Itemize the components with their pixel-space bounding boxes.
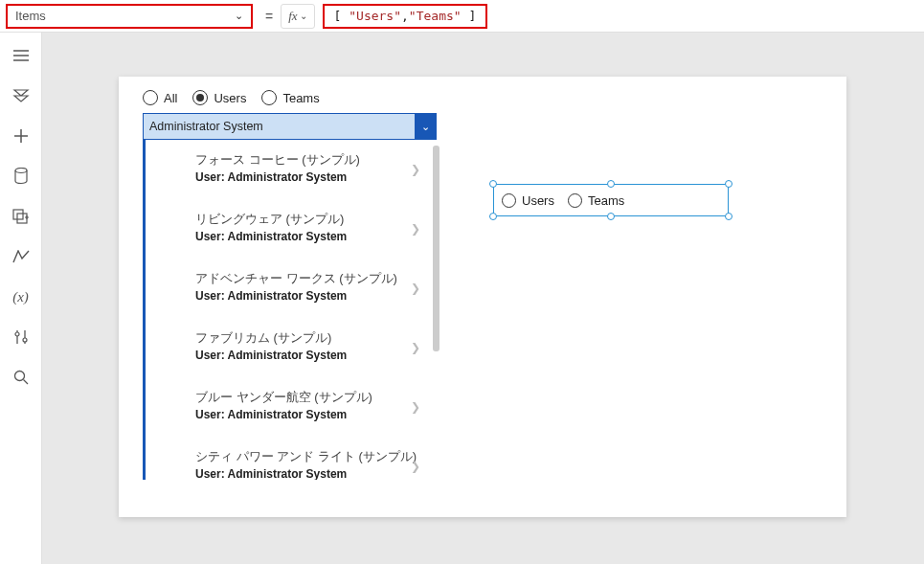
chevron-down-icon: ⌄	[300, 11, 307, 21]
svg-rect-6	[13, 210, 23, 219]
canvas-background: All Users Teams Administrator System ⌄ フ…	[42, 33, 924, 564]
resize-handle[interactable]	[489, 213, 497, 220]
list-item[interactable]: アドベンチャー ワークス (サンプル) User: Administrator …	[146, 259, 439, 318]
formula-open-bracket: [	[334, 9, 342, 23]
variables-icon[interactable]: (x)	[11, 287, 31, 306]
list-item-subtitle: User: Administrator System	[195, 349, 439, 362]
svg-point-10	[15, 332, 19, 336]
resize-handle[interactable]	[489, 180, 497, 188]
fx-icon: fx	[288, 9, 297, 24]
resize-handle[interactable]	[725, 213, 732, 220]
records-list: フォース コーヒー (サンプル) User: Administrator Sys…	[143, 140, 439, 480]
chevron-right-icon: ❯	[411, 282, 420, 295]
radio-teams[interactable]: Teams	[261, 90, 319, 105]
chevron-right-icon: ❯	[411, 222, 420, 236]
formula-input[interactable]: [ "Users" , "Teams" ]	[323, 4, 488, 29]
tree-view-icon[interactable]	[11, 86, 31, 105]
list-item-title: フォース コーヒー (サンプル)	[195, 151, 439, 169]
formula-bar: Items ⌄ = fx ⌄ [ "Users" , "Teams" ]	[0, 0, 924, 33]
list-item-title: ブルー ヤンダー航空 (サンプル)	[195, 389, 439, 406]
media-icon[interactable]	[11, 207, 31, 226]
radio-users[interactable]: Users	[192, 90, 246, 105]
settings-sliders-icon[interactable]	[11, 327, 31, 347]
list-item-subtitle: User: Administrator System	[195, 289, 439, 303]
list-item-subtitle: User: Administrator System	[195, 467, 439, 480]
list-item-title: ファブリカム (サンプル)	[195, 329, 439, 347]
radio-label: Teams	[588, 193, 624, 208]
list-item-title: アドベンチャー ワークス (サンプル)	[195, 270, 439, 287]
list-item-title: リビングウェア (サンプル)	[195, 211, 439, 228]
list-item[interactable]: ファブリカム (サンプル) User: Administrator System…	[146, 318, 439, 377]
chevron-right-icon: ❯	[411, 341, 420, 354]
data-icon[interactable]	[11, 167, 31, 186]
chevron-down-icon: ⌄	[235, 10, 243, 22]
list-item[interactable]: シティ パワー アンド ライト (サンプル) User: Administrat…	[146, 437, 439, 480]
radio-icon	[568, 193, 582, 208]
list-item-subtitle: User: Administrator System	[195, 230, 439, 243]
formula-close-bracket: ]	[468, 9, 476, 23]
list-item-subtitle: User: Administrator System	[195, 408, 439, 421]
radio-teams[interactable]: Teams	[568, 193, 624, 208]
svg-rect-7	[17, 214, 27, 223]
list-item-title: シティ パワー アンド ライト (サンプル)	[195, 448, 439, 465]
radio-label: Teams	[282, 91, 319, 105]
chevron-down-icon[interactable]: ⌄	[415, 114, 436, 139]
filter-radio-group: All Users Teams	[143, 90, 846, 105]
main-area: (x) All Users Teams	[0, 33, 924, 564]
list-item[interactable]: リビングウェア (サンプル) User: Administrator Syste…	[146, 199, 439, 259]
list-item-subtitle: User: Administrator System	[195, 170, 439, 184]
radio-icon	[502, 193, 516, 208]
formula-string: "Users"	[349, 9, 401, 23]
radio-label: All	[164, 91, 177, 105]
list-item[interactable]: ブルー ヤンダー航空 (サンプル) User: Administrator Sy…	[146, 377, 439, 437]
property-selector[interactable]: Items ⌄	[6, 4, 253, 29]
chevron-right-icon: ❯	[411, 400, 420, 414]
plus-icon[interactable]	[11, 126, 31, 146]
resize-handle[interactable]	[607, 213, 615, 220]
selected-radio-control[interactable]: Users Teams	[493, 184, 729, 216]
svg-point-12	[14, 372, 24, 381]
equals-sign: =	[265, 9, 273, 24]
list-item[interactable]: フォース コーヒー (サンプル) User: Administrator Sys…	[146, 140, 439, 199]
radio-users[interactable]: Users	[502, 193, 554, 208]
svg-line-13	[23, 380, 28, 385]
fx-button[interactable]: fx ⌄	[281, 4, 314, 29]
left-rail: (x)	[0, 33, 42, 564]
radio-all[interactable]: All	[143, 90, 177, 105]
chevron-right-icon: ❯	[411, 163, 420, 176]
scrollbar[interactable]	[433, 146, 439, 351]
radio-label: Users	[522, 193, 554, 208]
flows-icon[interactable]	[11, 247, 31, 266]
radio-icon-checked	[192, 90, 208, 105]
radio-label: Users	[214, 91, 246, 105]
app-canvas[interactable]: All Users Teams Administrator System ⌄ フ…	[119, 77, 846, 517]
combobox-value: Administrator System	[144, 114, 415, 139]
formula-comma: ,	[401, 9, 409, 23]
hamburger-icon[interactable]	[11, 46, 31, 65]
radio-icon	[143, 90, 158, 105]
svg-point-11	[23, 338, 27, 342]
property-name: Items	[15, 9, 46, 23]
radio-icon	[261, 90, 277, 105]
owner-combobox[interactable]: Administrator System ⌄	[143, 113, 437, 140]
resize-handle[interactable]	[607, 180, 615, 188]
formula-string: "Teams"	[409, 9, 462, 23]
svg-point-5	[15, 169, 27, 173]
chevron-right-icon: ❯	[411, 460, 420, 473]
search-icon[interactable]	[11, 368, 31, 387]
resize-handle[interactable]	[725, 180, 732, 188]
